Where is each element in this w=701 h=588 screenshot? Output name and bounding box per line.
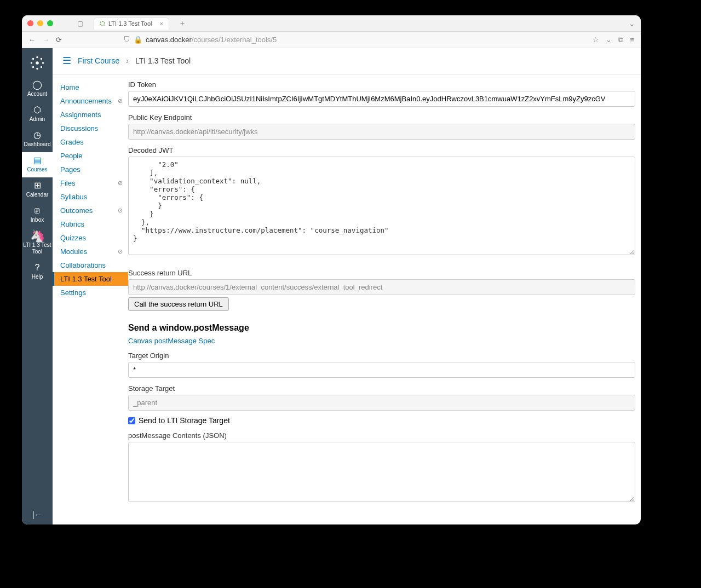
svg-point-7 — [41, 66, 43, 68]
bookmark-icon[interactable]: ☆ — [593, 36, 599, 44]
svg-point-2 — [31, 62, 33, 64]
chevron-right-icon: › — [126, 56, 129, 65]
coursenav-item-modules[interactable]: Modules⊘ — [53, 245, 128, 258]
hidden-icon: ⊘ — [118, 248, 123, 255]
forward-icon: → — [42, 36, 49, 44]
nav-calendar[interactable]: ⊞Calendar — [22, 177, 53, 203]
coursenav-item-quizzes[interactable]: Quizzes — [53, 231, 128, 245]
svg-point-8 — [36, 61, 39, 65]
app-body: ◯Account ⬡Admin ◷Dashboard ▤Courses ⊞Cal… — [22, 48, 641, 524]
svg-point-1 — [36, 68, 38, 70]
coursenav-item-rubrics[interactable]: Rubrics — [53, 217, 128, 231]
unicorn-icon: 🦄 — [22, 231, 53, 241]
hidden-icon: ⊘ — [118, 97, 123, 105]
nav-courses[interactable]: ▤Courses — [22, 152, 53, 177]
tabs-overflow-icon[interactable]: ⌄ — [629, 19, 635, 28]
coursenav-item-discussions[interactable]: Discussions — [53, 122, 128, 135]
pocket-icon[interactable]: ⌄ — [606, 36, 612, 44]
new-tab-icon[interactable]: ＋ — [179, 19, 186, 28]
global-nav: ◯Account ⬡Admin ◷Dashboard ▤Courses ⊞Cal… — [22, 48, 53, 524]
page-content: ID Token Public Key Endpoint Decoded JWT… — [128, 75, 641, 524]
coursenav-item-pages[interactable]: Pages — [53, 163, 128, 176]
label-id-token: ID Token — [128, 80, 635, 89]
nav-lti-tool[interactable]: 🦄LTI 1.3 Test Tool — [22, 228, 53, 260]
window-zoom-icon[interactable] — [47, 20, 53, 26]
titlebar: ▢ LTI 1.3 Test Tool × ＋ ⌄ — [22, 15, 641, 32]
extensions-icon[interactable]: ⧉ — [618, 36, 623, 44]
coursenav-item-home[interactable]: Home — [53, 80, 128, 94]
send-lti-label: Send to LTI Storage Target — [139, 416, 230, 425]
tab-favicon-icon — [100, 21, 105, 26]
send-lti-checkbox[interactable] — [128, 417, 135, 424]
storage-target-input[interactable] — [128, 395, 635, 411]
breadcrumbs: ☰ First Course › LTI 1.3 Test Tool — [53, 48, 641, 75]
coursenav-item-lti-1-3-test-tool[interactable]: LTI 1.3 Test Tool — [53, 272, 128, 286]
postmessage-heading: Send a window.postMessage — [128, 323, 635, 333]
nav-inbox[interactable]: ⎚Inbox — [22, 203, 53, 228]
coursenav-item-outcomes[interactable]: Outcomes⊘ — [53, 204, 128, 217]
svg-point-5 — [41, 58, 43, 60]
breadcrumb-current: LTI 1.3 Test Tool — [135, 56, 191, 65]
success-url-input[interactable] — [128, 279, 635, 295]
nav-account[interactable]: ◯Account — [22, 77, 53, 102]
coursenav-item-people[interactable]: People — [53, 149, 128, 163]
svg-point-4 — [32, 58, 35, 60]
label-public-key: Public Key Endpoint — [128, 113, 635, 122]
coursenav-item-collaborations[interactable]: Collaborations — [53, 258, 128, 272]
reload-icon[interactable]: ⟳ — [56, 36, 62, 44]
nav-dashboard[interactable]: ◷Dashboard — [22, 127, 53, 152]
breadcrumb-course[interactable]: First Course — [78, 56, 119, 65]
label-target-origin: Target Origin — [128, 351, 635, 360]
svg-point-3 — [42, 62, 44, 64]
url-text: canvas.docker/courses/1/external_tools/5 — [146, 36, 277, 44]
address-field[interactable]: ⛉ 🔒 canvas.docker/courses/1/external_too… — [123, 36, 277, 44]
coursenav-item-assignments[interactable]: Assignments — [53, 108, 128, 122]
decoded-jwt-textarea[interactable] — [128, 157, 635, 255]
label-success-url: Success return URL — [128, 269, 635, 277]
coursenav-item-announcements[interactable]: Announcements⊘ — [53, 94, 128, 108]
browser-window: ▢ LTI 1.3 Test Tool × ＋ ⌄ ← → ⟳ ⛉ 🔒 canv… — [22, 15, 641, 524]
tab-close-icon[interactable]: × — [160, 20, 163, 27]
gauge-icon: ◷ — [22, 130, 53, 140]
hamburger-icon[interactable]: ☰ — [62, 55, 71, 67]
url-bar: ← → ⟳ ⛉ 🔒 canvas.docker/courses/1/extern… — [22, 32, 641, 48]
coursenav-item-grades[interactable]: Grades — [53, 135, 128, 149]
svg-point-6 — [32, 66, 35, 68]
window-minimize-icon[interactable] — [37, 20, 43, 26]
svg-point-0 — [36, 56, 38, 59]
hidden-icon: ⊘ — [118, 180, 123, 187]
back-icon[interactable]: ← — [28, 36, 36, 44]
shield-icon: ⬡ — [22, 105, 53, 115]
label-decoded-jwt: Decoded JWT — [128, 146, 635, 154]
target-origin-input[interactable] — [128, 362, 635, 378]
browser-tab[interactable]: LTI 1.3 Test Tool × — [94, 18, 169, 30]
canvas-logo-icon[interactable] — [29, 55, 45, 71]
coursenav-item-files[interactable]: Files⊘ — [53, 176, 128, 190]
pm-contents-textarea[interactable] — [128, 442, 635, 502]
window-close-icon[interactable] — [27, 20, 33, 26]
coursenav-item-syllabus[interactable]: Syllabus — [53, 190, 128, 204]
id-token-input[interactable] — [128, 91, 635, 107]
menu-icon[interactable]: ≡ — [630, 36, 634, 44]
label-storage-target: Storage Target — [128, 384, 635, 393]
sidebar-icon[interactable]: ▢ — [77, 20, 83, 27]
inbox-icon: ⎚ — [22, 206, 53, 216]
coursenav-item-settings[interactable]: Settings — [53, 286, 128, 299]
canvas-spec-link[interactable]: Canvas postMessage Spec — [128, 337, 215, 345]
hidden-icon: ⊘ — [118, 207, 123, 214]
nav-admin[interactable]: ⬡Admin — [22, 102, 53, 127]
book-icon: ▤ — [22, 155, 53, 165]
collapse-nav-icon[interactable]: |← — [32, 505, 42, 524]
insecure-lock-icon[interactable]: 🔒 — [134, 36, 142, 44]
calendar-icon: ⊞ — [22, 181, 53, 191]
course-nav: HomeAnnouncements⊘AssignmentsDiscussions… — [53, 75, 128, 524]
tab-title: LTI 1.3 Test Tool — [108, 20, 152, 27]
call-success-button[interactable]: Call the success return URL — [128, 297, 229, 311]
help-icon: ? — [22, 263, 53, 273]
nav-help[interactable]: ?Help — [22, 260, 53, 285]
shield-icon[interactable]: ⛉ — [123, 36, 130, 44]
user-icon: ◯ — [22, 80, 53, 90]
label-pm-contents: postMessage Contents (JSON) — [128, 431, 635, 440]
public-key-input[interactable] — [128, 124, 635, 140]
